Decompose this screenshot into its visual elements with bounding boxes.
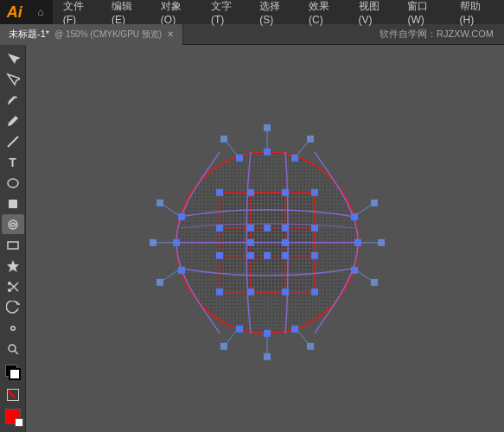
tool-scissors[interactable] [2, 276, 24, 296]
svg-rect-45 [354, 239, 361, 246]
svg-rect-63 [264, 225, 271, 232]
tab-close-button[interactable]: ✕ [167, 29, 174, 39]
svg-rect-68 [291, 155, 298, 162]
svg-rect-44 [173, 239, 180, 246]
svg-rect-24 [307, 136, 314, 143]
none-color[interactable] [3, 385, 22, 404]
svg-rect-61 [247, 252, 254, 259]
svg-marker-5 [7, 260, 19, 272]
svg-rect-74 [351, 267, 358, 274]
svg-rect-53 [247, 289, 254, 295]
svg-point-1 [8, 179, 18, 187]
svg-rect-57 [311, 225, 318, 232]
svg-rect-43 [264, 149, 271, 156]
svg-point-11 [11, 327, 14, 329]
svg-rect-56 [216, 252, 223, 259]
artwork-svg [127, 98, 404, 391]
svg-rect-22 [220, 136, 227, 143]
tool-ellipse[interactable] [2, 173, 24, 193]
svg-rect-51 [247, 189, 254, 196]
tool-rotate[interactable] [2, 297, 24, 317]
home-button[interactable]: ⌂ [29, 0, 52, 24]
tab-label: 未标题-1* [9, 28, 49, 41]
svg-rect-52 [282, 189, 289, 196]
svg-rect-26 [150, 239, 156, 246]
tool-warp[interactable] [2, 214, 24, 234]
swap-colors[interactable] [2, 405, 24, 428]
svg-rect-48 [311, 189, 318, 196]
tool-pen[interactable] [2, 90, 24, 110]
svg-rect-73 [351, 213, 358, 220]
ai-logo: Ai [0, 0, 29, 24]
svg-line-13 [15, 351, 18, 354]
menu-window[interactable]: 窗口(W) [400, 0, 450, 28]
svg-rect-2 [9, 200, 17, 208]
svg-point-12 [9, 345, 16, 352]
tab-website: 软件自学网：RJZXW.COM [369, 28, 504, 41]
svg-rect-66 [282, 239, 289, 246]
svg-rect-58 [311, 252, 318, 259]
tool-rectangle[interactable] [2, 235, 24, 255]
svg-rect-62 [282, 252, 289, 259]
menu-effect[interactable]: 效果(C) [302, 0, 350, 28]
svg-rect-67 [236, 155, 243, 162]
canvas-area[interactable] [26, 45, 504, 432]
svg-rect-42 [307, 343, 314, 350]
tool-select[interactable] [2, 48, 24, 68]
tool-star[interactable] [2, 256, 24, 276]
tool-pencil[interactable] [2, 111, 24, 130]
svg-line-0 [8, 137, 18, 147]
svg-rect-40 [220, 343, 227, 350]
tool-zoom[interactable] [2, 339, 24, 359]
svg-rect-69 [236, 326, 243, 333]
artwork-canvas [127, 98, 404, 391]
svg-rect-71 [178, 213, 185, 220]
svg-rect-64 [264, 252, 271, 259]
svg-rect-30 [156, 279, 163, 286]
color-controls [2, 359, 24, 429]
svg-rect-54 [282, 289, 289, 295]
svg-point-6 [8, 282, 11, 285]
tool-reflect[interactable] [2, 318, 24, 338]
svg-rect-70 [291, 326, 298, 333]
svg-rect-32 [378, 239, 385, 246]
menu-view[interactable]: 视图(V) [352, 0, 399, 28]
fill-stroke-control[interactable] [2, 361, 24, 384]
svg-rect-36 [371, 279, 378, 286]
svg-rect-72 [178, 267, 185, 274]
tool-shape[interactable] [2, 194, 24, 213]
svg-rect-65 [247, 239, 254, 246]
svg-rect-20 [264, 124, 271, 131]
tool-direct-select[interactable] [2, 69, 24, 89]
tab-document[interactable]: 未标题-1* @ 150% (CMYK/GPU 预览) ✕ [0, 24, 183, 45]
svg-rect-34 [371, 200, 378, 206]
svg-rect-28 [156, 200, 163, 206]
main-layout: T [0, 45, 504, 432]
menu-help[interactable]: 帮助(H) [453, 0, 501, 28]
menu-select[interactable]: 选择(S) [252, 0, 300, 28]
svg-rect-47 [216, 189, 223, 196]
menu-text[interactable]: 文字(T) [204, 0, 251, 28]
tool-line[interactable] [2, 131, 24, 151]
svg-rect-59 [247, 225, 254, 232]
svg-rect-46 [264, 330, 271, 337]
svg-rect-49 [216, 289, 223, 295]
left-toolbar: T [0, 45, 26, 432]
title-bar: Ai ⌂ 文件(F) 编辑(E) 对象(O) 文字(T) 选择(S) 效果(C)… [0, 0, 504, 24]
tab-info: @ 150% (CMYK/GPU 预览) [54, 29, 162, 41]
svg-rect-50 [311, 289, 318, 295]
svg-rect-4 [8, 242, 18, 249]
svg-rect-55 [216, 225, 223, 232]
tool-text[interactable]: T [2, 152, 24, 172]
svg-rect-60 [282, 225, 289, 232]
svg-rect-38 [264, 353, 271, 360]
svg-point-7 [8, 289, 11, 292]
menu-bar: 文件(F) 编辑(E) 对象(O) 文字(T) 选择(S) 效果(C) 视图(V… [53, 0, 504, 24]
tab-bar: 未标题-1* @ 150% (CMYK/GPU 预览) ✕ 软件自学网：RJZX… [0, 24, 504, 45]
